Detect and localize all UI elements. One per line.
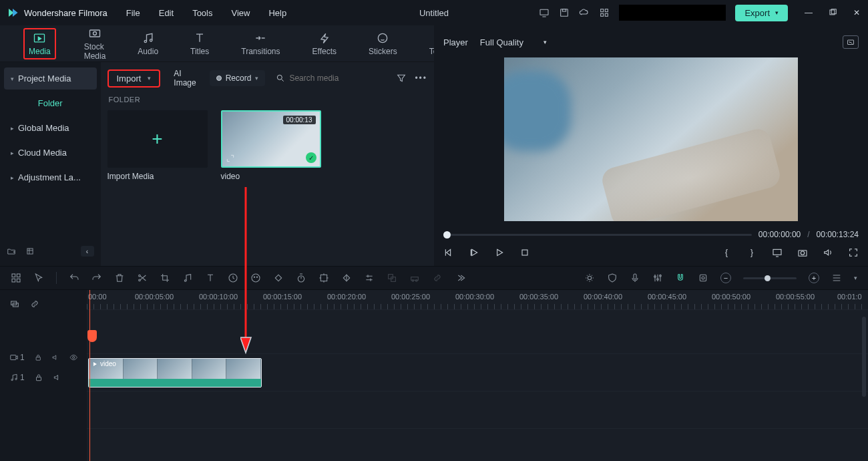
mixer-icon[interactable] [652,273,663,283]
tab-effects[interactable]: Effects [308,29,341,58]
menu-help[interactable]: Help [268,8,286,18]
link-toggle-icon[interactable] [29,299,40,309]
record-button[interactable]: Record▾ [210,70,266,86]
more-icon[interactable]: ••• [415,73,427,83]
lock-icon[interactable] [34,373,43,382]
tab-stickers[interactable]: Stickers [365,29,401,58]
redo-icon[interactable] [91,273,102,283]
tab-media[interactable]: Media [23,28,56,59]
scrub-track[interactable] [443,234,752,236]
video-track[interactable]: video [87,354,868,392]
menu-file[interactable]: File [126,8,140,18]
link-icon[interactable] [432,273,443,283]
ai-image-button[interactable]: AI Image [167,65,202,91]
export-button[interactable]: Export▾ [735,5,788,21]
marker-icon[interactable] [698,273,708,283]
sidebar-cloud-media[interactable]: Cloud Media [4,142,97,164]
sun-icon[interactable] [584,273,595,283]
playhead[interactable] [89,290,90,461]
lock-icon[interactable] [34,353,42,362]
zoom-knob[interactable] [765,275,771,281]
play-button[interactable] [494,247,505,258]
tab-stock-media[interactable]: Stock Media [80,25,110,63]
mic-icon[interactable] [630,273,640,283]
mute-icon[interactable] [51,353,59,362]
fullscreen-button[interactable] [848,247,859,258]
color-icon[interactable] [250,273,261,283]
prev-frame-button[interactable] [443,247,454,258]
mark-in-button[interactable]: { [721,247,732,258]
duration-icon[interactable] [296,273,306,283]
quality-dropdown[interactable]: Full Quality▾ [480,37,547,47]
search-input[interactable] [289,73,389,83]
capture-button[interactable] [797,247,808,258]
menu-view[interactable]: View [231,8,250,18]
import-media-card[interactable]: + Import Media [107,110,208,181]
menu-edit[interactable]: Edit [159,8,174,18]
speed-icon[interactable] [228,273,238,283]
save-icon[interactable] [559,7,570,18]
select-tool-icon[interactable] [33,273,44,283]
device-icon[interactable] [539,7,550,18]
sidebar-global-media[interactable]: Global Media [4,117,97,139]
music-icon[interactable] [182,273,193,283]
collapse-sidebar-button[interactable]: ‹ [81,246,94,257]
add-media-thumb[interactable]: + [107,110,208,168]
vertical-scrollbar[interactable] [862,317,866,397]
more-tools-icon[interactable] [455,273,465,283]
video-clip[interactable]: video [88,358,262,388]
volume-button[interactable] [823,247,833,258]
audio-track[interactable] [87,392,868,429]
overlap-icon[interactable] [9,299,20,309]
play-clip-button[interactable] [469,247,479,258]
scrub-knob[interactable] [443,231,451,239]
preview-viewport[interactable] [443,53,859,224]
split-icon[interactable] [137,273,148,283]
menu-tools[interactable]: Tools [192,8,212,18]
vehicle-icon[interactable] [409,273,420,283]
tab-titles[interactable]: Titles [186,29,213,58]
time-ruler[interactable]: 00:00 00:00:05:00 00:00:10:00 00:00:15:0… [87,290,868,310]
stop-button[interactable] [519,247,530,258]
import-button[interactable]: Import▾ [107,69,161,88]
mark-out-button[interactable]: } [746,247,757,258]
layout-icon[interactable] [11,273,21,283]
mute-icon[interactable] [53,373,62,382]
delete-icon[interactable] [114,273,125,283]
sidebar-adjustment-layer[interactable]: Adjustment La... [4,166,97,188]
sidebar-project-media[interactable]: ▾Project Media [4,67,97,90]
group-icon[interactable] [387,273,397,283]
preview-tab-player[interactable]: Player [443,37,468,47]
maximize-button[interactable] [828,8,837,17]
position-icon[interactable] [318,273,329,283]
apps-icon[interactable] [599,7,610,18]
tab-transitions[interactable]: Transitions [237,29,284,58]
undo-icon[interactable] [69,273,79,283]
video-clip-card[interactable]: 00:00:13 ✓ video [221,110,321,181]
magnet-icon[interactable] [675,273,686,283]
cloud-icon[interactable] [579,7,590,18]
display-button[interactable] [772,247,783,258]
playhead-handle[interactable] [87,330,97,342]
adjust-icon[interactable] [364,273,375,283]
zoom-in-button[interactable]: + [809,273,819,283]
new-bin-icon[interactable] [25,247,35,256]
filter-icon[interactable] [396,73,407,84]
account-area[interactable] [619,5,726,21]
zoom-out-button[interactable]: − [720,273,731,283]
shield-icon[interactable] [607,273,618,283]
tab-audio[interactable]: Audio [134,29,162,58]
mask-icon[interactable] [341,273,352,283]
video-track-header[interactable]: 1 [0,347,87,367]
track-area[interactable]: 00:00 00:00:05:00 00:00:10:00 00:00:15:0… [87,290,868,461]
snapshot-button[interactable] [843,35,859,49]
sidebar-folder[interactable]: Folder [4,92,97,114]
eye-icon[interactable] [69,353,77,362]
keyframe-icon[interactable] [273,273,284,283]
zoom-slider[interactable] [743,277,797,279]
video-thumb[interactable]: 00:00:13 ✓ [221,110,321,168]
minimize-button[interactable]: — [804,8,813,17]
new-folder-icon[interactable] [7,247,16,256]
close-button[interactable]: ✕ [852,8,861,17]
crop-icon[interactable] [160,273,170,283]
